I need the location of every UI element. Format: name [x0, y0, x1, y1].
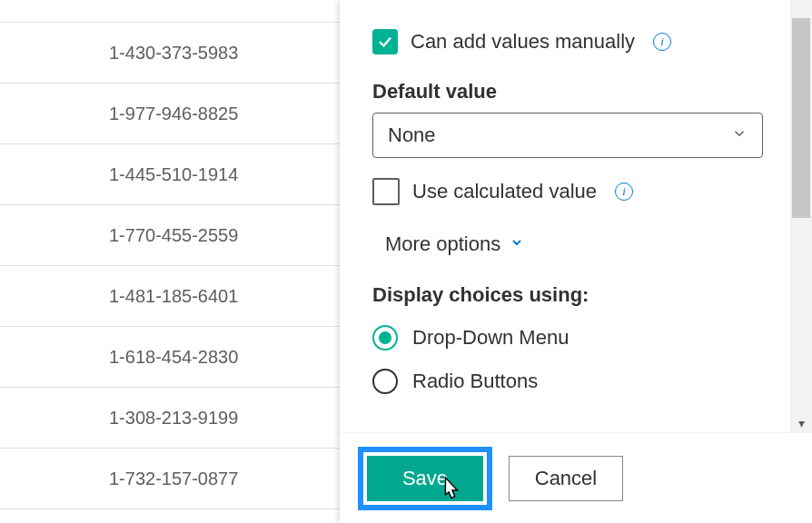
chevron-down-icon: [510, 235, 524, 254]
radio-buttons-row[interactable]: Radio Buttons: [372, 369, 781, 394]
save-button[interactable]: Save: [367, 456, 483, 501]
column-settings-panel: Can add values manually i Default value …: [340, 0, 812, 523]
can-add-values-row[interactable]: Can add values manually i: [372, 29, 781, 54]
panel-footer: Save Cancel: [340, 432, 812, 523]
table-row[interactable]: 1-481-185-6401: [0, 266, 340, 327]
save-button-highlight: Save: [358, 447, 492, 510]
radio-dropdown-label: Drop-Down Menu: [412, 326, 569, 350]
use-calculated-row[interactable]: Use calculated value i: [372, 178, 781, 205]
info-icon[interactable]: i: [615, 183, 633, 201]
table-row[interactable]: [0, 0, 340, 23]
use-calculated-label: Use calculated value: [412, 180, 597, 203]
table-row[interactable]: 1-977-946-8825: [0, 84, 340, 144]
radio-dropdown-row[interactable]: Drop-Down Menu: [372, 325, 781, 350]
phone-value: 1-977-946-8825: [109, 104, 238, 124]
default-value-select[interactable]: None: [372, 113, 763, 158]
chevron-down-icon: [731, 123, 748, 147]
phone-value: 1-445-510-1914: [109, 164, 238, 185]
phone-value: 1-732-157-0877: [109, 469, 238, 489]
table-row[interactable]: 1-430-373-5983: [0, 23, 340, 84]
data-list: 1-430-373-5983 1-977-946-8825 1-445-510-…: [0, 0, 340, 523]
display-choices-label: Display choices using:: [372, 283, 781, 307]
more-options-label: More options: [385, 232, 500, 256]
radio-selected-icon[interactable]: [372, 325, 398, 350]
phone-value: 1-770-455-2559: [109, 225, 238, 246]
phone-value: 1-618-454-2830: [109, 347, 238, 368]
table-row[interactable]: 1-618-454-2830: [0, 327, 340, 388]
default-value-selected: None: [388, 123, 436, 147]
checkbox-checked-icon[interactable]: [372, 29, 398, 54]
checkbox-unchecked-icon[interactable]: [372, 178, 400, 205]
scroll-down-icon[interactable]: ▾: [794, 416, 808, 430]
table-row[interactable]: 1-732-157-0877: [0, 449, 340, 509]
phone-value: 1-430-373-5983: [109, 43, 238, 64]
can-add-values-label: Can add values manually: [411, 30, 635, 54]
scrollbar-track[interactable]: ▾: [790, 0, 812, 434]
table-row[interactable]: 1-445-510-1914: [0, 144, 340, 205]
table-row[interactable]: 1-308-213-9199: [0, 388, 340, 449]
default-value-label: Default value: [372, 80, 781, 104]
radio-unselected-icon[interactable]: [372, 369, 398, 394]
phone-value: 1-308-213-9199: [109, 408, 238, 429]
save-button-label: Save: [402, 467, 448, 490]
info-icon[interactable]: i: [653, 33, 671, 51]
cancel-button[interactable]: Cancel: [509, 456, 623, 501]
radio-buttons-label: Radio Buttons: [412, 370, 538, 393]
scrollbar-thumb[interactable]: [792, 18, 810, 218]
more-options-toggle[interactable]: More options: [385, 232, 781, 256]
panel-content: Can add values manually i Default value …: [340, 0, 790, 432]
cancel-button-label: Cancel: [535, 467, 597, 490]
phone-value: 1-481-185-6401: [109, 286, 238, 307]
table-row[interactable]: 1-770-455-2559: [0, 205, 340, 266]
